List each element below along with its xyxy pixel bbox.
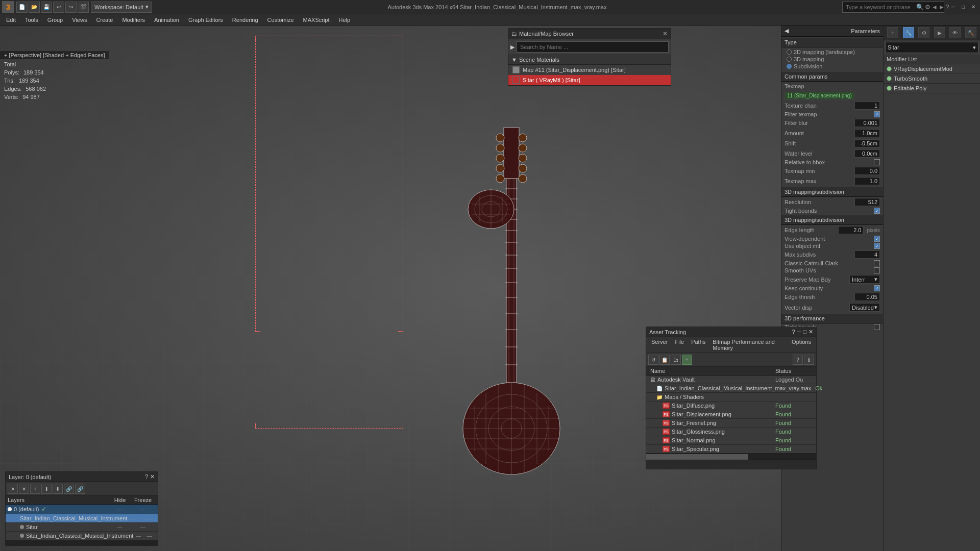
asset-row-1[interactable]: 📄 Sitar_Indian_Classical_Musical_Instrum…	[646, 384, 816, 393]
menu-edit[interactable]: Edit	[2, 16, 20, 24]
layer-row-3[interactable]: Sitar_Indian_Classical_Musical_Instrumen…	[6, 532, 158, 540]
asset-btn-3[interactable]: ≡	[682, 355, 692, 365]
mat-item-0[interactable]: Map #11 (Sitar_Displacement.png) [Sitar]	[508, 65, 671, 75]
classic-catmull-checkbox[interactable]	[874, 260, 880, 266]
search-nav-next[interactable]: ►	[939, 4, 945, 11]
layers-btn-0[interactable]: ✕	[8, 484, 18, 494]
asset-row-8[interactable]: PS Sitar_Specular.png Found	[646, 445, 816, 454]
save-btn[interactable]: 💾	[41, 2, 52, 13]
texmap-min-input[interactable]: 0.0	[854, 167, 880, 175]
undo-btn[interactable]: ↩	[53, 2, 64, 13]
modifier-bulb-0[interactable]	[887, 66, 892, 71]
layers-btn-add[interactable]: +	[30, 484, 40, 494]
asset-row-6[interactable]: PS Sitar_Glossiness.png Found	[646, 428, 816, 436]
resolution-input[interactable]: 512	[854, 198, 880, 206]
tight-bounds-checkbox[interactable]: ✓	[874, 208, 880, 214]
object-name-field[interactable]: Sitar ▾	[885, 42, 978, 53]
asset-row-2[interactable]: 📁 Maps / Shaders	[646, 393, 816, 402]
vector-disp-dropdown[interactable]: Disabled ▾	[849, 303, 880, 312]
utilities-icon[interactable]: 🔨	[965, 27, 976, 38]
layer-freeze-1[interactable]: —	[140, 516, 156, 521]
layers-btn-2[interactable]: ⬆	[41, 484, 52, 494]
menu-graph-editors[interactable]: Graph Editors	[184, 16, 227, 24]
layers-close-btn[interactable]: ✕	[150, 473, 155, 480]
mat-item-1[interactable]: Sitar ( VRayMtl ) [Sitar]	[508, 75, 671, 85]
asset-menu-bitmap[interactable]: Bitmap Performance and Memory	[709, 338, 788, 352]
menu-create[interactable]: Create	[92, 16, 117, 24]
create-icon[interactable]: +	[887, 27, 898, 38]
use-object-mtl-checkbox[interactable]: ✓	[874, 243, 880, 249]
menu-views[interactable]: Views	[68, 16, 91, 24]
minimize-btn[interactable]: ─	[948, 3, 958, 12]
modify-icon[interactable]: 🔧	[903, 27, 914, 38]
filter-texmap-row[interactable]: Filter texmap ✓	[781, 111, 883, 118]
menu-tools[interactable]: Tools	[21, 16, 42, 24]
relative-bbox-row[interactable]: Relative to bbox	[781, 159, 883, 166]
search-nav-prev[interactable]: ◄	[932, 4, 938, 11]
filter-blur-input[interactable]: 0.001	[854, 119, 880, 127]
modifier-bulb-1[interactable]	[887, 76, 892, 81]
menu-help[interactable]: Help	[335, 16, 355, 24]
keep-continuity-checkbox[interactable]: ✓	[874, 285, 880, 291]
layer-freeze-3[interactable]: —	[143, 533, 156, 539]
viewport-breadcrumb[interactable]: + [Perspective] [Shaded + Edged Faces]	[0, 51, 109, 59]
asset-btn-1[interactable]: 📋	[659, 355, 670, 365]
texmap-value[interactable]: 11 (Sitar_Displacement.png)	[785, 92, 854, 99]
modifier-bulb-2[interactable]	[887, 86, 892, 91]
menu-group[interactable]: Group	[43, 16, 67, 24]
layer-row-2[interactable]: Sitar — —	[6, 523, 158, 532]
menu-modifiers[interactable]: Modifiers	[118, 16, 149, 24]
smooth-uvs-checkbox[interactable]	[874, 267, 880, 273]
hierarchy-icon[interactable]: ⚙	[918, 27, 929, 38]
open-btn[interactable]: 📂	[29, 2, 40, 13]
maximize-btn[interactable]: □	[959, 3, 968, 12]
layers-btn-4[interactable]: 🔗	[64, 484, 74, 494]
asset-menu-file[interactable]: File	[672, 338, 687, 352]
mat-browser-close-btn[interactable]: ✕	[663, 30, 668, 37]
asset-menu-server[interactable]: Server	[648, 338, 671, 352]
layers-scrollbar[interactable]	[6, 540, 158, 545]
mat-search-expand-icon[interactable]: ▶	[510, 44, 514, 51]
layers-btn-5[interactable]: 🔗	[75, 484, 85, 494]
texmap-value-row[interactable]: 11 (Sitar_Displacement.png)	[781, 91, 883, 101]
layer-hide-2[interactable]: —	[110, 524, 130, 530]
asset-scrollbar[interactable]	[646, 454, 816, 460]
shift-input[interactable]: -0.5cm	[854, 139, 880, 147]
view-dependent-checkbox[interactable]: ✓	[874, 236, 880, 242]
menu-maxscript[interactable]: MAXScript	[299, 16, 334, 24]
mat-search-input[interactable]	[517, 41, 669, 53]
search-bar[interactable]: 🔍 ⚙ ◄ ► ?	[842, 2, 944, 13]
render-btn[interactable]: 🎬	[78, 2, 89, 13]
display-icon[interactable]: 👁	[949, 27, 961, 38]
asset-btn-help[interactable]: ?	[793, 355, 803, 365]
layer-hide-0[interactable]: —	[110, 507, 130, 512]
asset-menu-paths[interactable]: Paths	[688, 338, 708, 352]
layer-row-1[interactable]: Sitar_Indian_Classical_Musical_Instrumen…	[6, 514, 158, 523]
layers-btn-3[interactable]: ⬇	[53, 484, 63, 494]
texture-chan-input[interactable]: 1	[854, 102, 880, 110]
menu-rendering[interactable]: Rendering	[228, 16, 262, 24]
search-options-icon[interactable]: ⚙	[925, 4, 930, 11]
modifier-item-0[interactable]: VRayDisplacementMod	[884, 64, 980, 74]
modifier-item-2[interactable]: Editable Poly	[884, 84, 980, 93]
keep-continuity-row[interactable]: Keep continuity ✓	[781, 285, 883, 292]
motion-icon[interactable]: ▶	[934, 27, 945, 38]
asset-btn-2[interactable]: 🗂	[671, 355, 681, 365]
asset-btn-0[interactable]: ↺	[648, 355, 658, 365]
menu-customize[interactable]: Customize	[263, 16, 298, 24]
type-3d-radio[interactable]: 3D mapping	[787, 56, 878, 63]
tight-bounds2-checkbox[interactable]	[874, 324, 880, 330]
layer-hide-3[interactable]: —	[133, 533, 143, 539]
water-level-input[interactable]: 0.0cm	[854, 149, 880, 158]
layer-row-0[interactable]: 0 (default) ✓ — —	[6, 505, 158, 514]
asset-btn-info[interactable]: ℹ	[804, 355, 814, 365]
use-object-mtl-row[interactable]: Use object mtl ✓	[781, 242, 883, 249]
menu-animation[interactable]: Animation	[150, 16, 183, 24]
edge-length-input[interactable]: 2.0	[838, 226, 864, 234]
asset-scrollbar-thumb[interactable]	[646, 454, 748, 460]
layers-btn-1[interactable]: ✕	[19, 484, 29, 494]
asset-panel-help-btn[interactable]: ?	[792, 329, 795, 335]
layer-hide-1[interactable]: —	[127, 516, 140, 521]
search-icon[interactable]: 🔍	[916, 4, 924, 11]
asset-row-0[interactable]: 🏛 Autodesk Vault Logged Ou	[646, 375, 816, 384]
